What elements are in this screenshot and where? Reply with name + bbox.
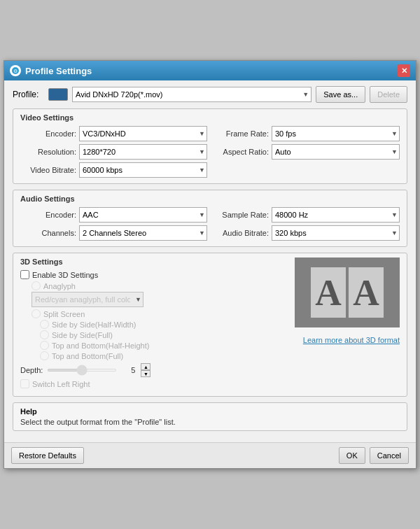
profile-row: Profile: Avid DNxHD 720p(*.mov) ▼ Save a… <box>13 86 407 103</box>
close-button[interactable]: ✕ <box>398 64 410 77</box>
sample-rate-field-row: Sample Rate: 48000 Hz ▼ <box>213 207 400 223</box>
anaglyph-type-wrap: Red/cyan anaglyph, full color ▼ <box>31 292 144 307</box>
channels-select-wrap: 2 Channels Stereo ▼ <box>79 225 207 241</box>
depth-slider[interactable] <box>47 369 117 372</box>
audio-settings-section: Audio Settings Encoder: AAC ▼ Sample Rat… <box>13 190 407 247</box>
anaglyph-radio[interactable] <box>31 281 41 290</box>
title-bar: ⚙ Profile Settings ✕ <box>4 61 416 80</box>
video-settings-section: Video Settings Encoder: VC3/DNxHD ▼ Fram… <box>13 108 407 184</box>
side-by-side-full-row: Side by Side(Full) <box>20 330 288 339</box>
footer-right: OK Cancel <box>339 447 409 464</box>
dialog-footer: Restore Defaults OK Cancel <box>4 442 416 468</box>
preview-aa-display: A A <box>311 267 384 318</box>
audio-encoder-label: Encoder: <box>20 211 76 219</box>
depth-label: Depth: <box>20 366 43 374</box>
depth-down-button[interactable]: ▼ <box>141 370 150 377</box>
side-by-side-full-radio[interactable] <box>40 330 49 339</box>
profile-select[interactable]: Avid DNxHD 720p(*.mov) <box>72 87 312 102</box>
video-settings-grid: Encoder: VC3/DNxHD ▼ Frame Rate: 30 fps <box>20 126 400 178</box>
dialog-title: Profile Settings <box>25 66 92 76</box>
help-section: Help Select the output format from the "… <box>13 402 407 431</box>
audio-bitrate-select[interactable]: 320 kbps <box>272 225 400 241</box>
channels-select[interactable]: 2 Channels Stereo <box>79 225 207 241</box>
video-bitrate-select-wrap: 60000 kbps ▼ <box>79 162 207 178</box>
aspect-ratio-label: Aspect Ratio: <box>213 148 269 156</box>
aspect-ratio-field-row: Aspect Ratio: Auto ▼ <box>213 144 400 160</box>
video-bitrate-label: Video Bitrate: <box>20 166 76 174</box>
video-bitrate-select[interactable]: 60000 kbps <box>79 162 207 178</box>
aspect-ratio-select-wrap: Auto ▼ <box>272 144 400 160</box>
depth-value: 5 <box>121 366 135 374</box>
side-by-side-half-radio[interactable] <box>40 320 49 329</box>
sample-rate-select-wrap: 48000 Hz ▼ <box>272 207 400 223</box>
delete-button[interactable]: Delete <box>370 86 407 103</box>
preview-a-left: A <box>311 267 346 318</box>
switch-lr-row: Switch Left Right <box>20 379 288 388</box>
framerate-select[interactable]: 30 fps <box>272 126 400 141</box>
enable-3d-label: Enable 3D Settings <box>32 271 98 279</box>
audio-bitrate-select-wrap: 320 kbps ▼ <box>272 225 400 241</box>
resolution-select-wrap: 1280*720 ▼ <box>79 144 207 160</box>
side-by-side-full-label: Side by Side(Full) <box>52 331 113 339</box>
video-bitrate-field-row: Video Bitrate: 60000 kbps ▼ <box>20 162 207 178</box>
audio-encoder-select-wrap: AAC ▼ <box>79 207 207 223</box>
app-icon: ⚙ <box>10 65 21 76</box>
enable-3d-checkbox[interactable] <box>20 270 29 279</box>
preview-a-right: A <box>349 267 384 318</box>
aspect-ratio-select[interactable]: Auto <box>272 144 400 160</box>
switch-lr-label: Switch Left Right <box>32 380 90 388</box>
encoder-select-wrap: VC3/DNxHD ▼ <box>79 126 207 141</box>
encoder-field-row: Encoder: VC3/DNxHD ▼ <box>20 126 207 141</box>
profile-format-icon <box>48 88 68 101</box>
learn-more-link[interactable]: Learn more about 3D format <box>303 336 400 344</box>
3d-settings-title: 3D Settings <box>20 258 288 266</box>
svg-text:⚙: ⚙ <box>13 69 18 73</box>
restore-defaults-button[interactable]: Restore Defaults <box>11 447 84 464</box>
anaglyph-type-select[interactable]: Red/cyan anaglyph, full color <box>31 292 144 307</box>
resolution-field-row: Resolution: 1280*720 ▼ <box>20 144 207 160</box>
title-bar-left: ⚙ Profile Settings <box>10 65 92 76</box>
save-as-button[interactable]: Save as... <box>316 86 365 103</box>
sample-rate-label: Sample Rate: <box>213 211 269 219</box>
depth-up-button[interactable]: ▲ <box>141 363 150 370</box>
side-by-side-half-row: Side by Side(Half-Width) <box>20 320 288 329</box>
ok-button[interactable]: OK <box>339 447 365 464</box>
top-bottom-half-radio[interactable] <box>40 341 49 350</box>
top-bottom-full-row: Top and Bottom(Full) <box>20 351 288 360</box>
top-bottom-full-label: Top and Bottom(Full) <box>52 352 123 360</box>
anaglyph-row: Anaglyph <box>20 281 288 290</box>
top-bottom-full-radio[interactable] <box>40 351 49 360</box>
profile-select-wrapper: Avid DNxHD 720p(*.mov) ▼ <box>72 87 312 102</box>
video-settings-title: Video Settings <box>20 113 400 122</box>
encoder-select[interactable]: VC3/DNxHD <box>79 126 207 141</box>
audio-bitrate-field-row: Audio Bitrate: 320 kbps ▼ <box>213 225 400 241</box>
split-screen-radio[interactable] <box>31 309 41 318</box>
3d-preview-box: A A <box>295 258 400 327</box>
resolution-select[interactable]: 1280*720 <box>79 144 207 160</box>
channels-label: Channels: <box>20 229 76 237</box>
framerate-field-row: Frame Rate: 30 fps ▼ <box>213 126 400 141</box>
audio-encoder-select[interactable]: AAC <box>79 207 207 223</box>
framerate-label: Frame Rate: <box>213 129 269 138</box>
split-screen-row: Split Screen <box>20 309 288 318</box>
side-by-side-half-label: Side by Side(Half-Width) <box>52 320 136 329</box>
encoder-label: Encoder: <box>20 129 76 138</box>
3d-settings-left: 3D Settings Enable 3D Settings Anaglyph … <box>20 258 288 390</box>
audio-encoder-field-row: Encoder: AAC ▼ <box>20 207 207 223</box>
channels-field-row: Channels: 2 Channels Stereo ▼ <box>20 225 207 241</box>
cancel-button[interactable]: Cancel <box>370 447 409 464</box>
dialog-body: Profile: Avid DNxHD 720p(*.mov) ▼ Save a… <box>4 80 416 442</box>
help-text: Select the output format from the "Profi… <box>20 418 400 426</box>
anaglyph-type-row: Red/cyan anaglyph, full color ▼ <box>20 292 288 307</box>
audio-settings-grid: Encoder: AAC ▼ Sample Rate: 48000 Hz <box>20 207 400 241</box>
framerate-select-wrap: 30 fps ▼ <box>272 126 400 141</box>
top-bottom-half-label: Top and Bottom(Half-Height) <box>52 341 149 350</box>
split-screen-label: Split Screen <box>43 310 85 318</box>
profile-label: Profile: <box>13 90 44 99</box>
switch-lr-checkbox[interactable] <box>20 379 29 388</box>
audio-bitrate-label: Audio Bitrate: <box>213 229 269 237</box>
sample-rate-select[interactable]: 48000 Hz <box>272 207 400 223</box>
help-title: Help <box>20 407 400 416</box>
audio-settings-title: Audio Settings <box>20 195 400 203</box>
3d-settings-section: 3D Settings Enable 3D Settings Anaglyph … <box>13 253 407 397</box>
